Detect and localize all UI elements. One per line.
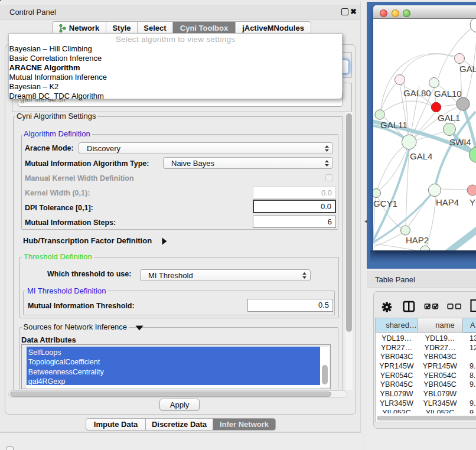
svg-text:GAL80: GAL80: [403, 88, 431, 98]
svg-text:SWI4: SWI4: [449, 137, 471, 147]
svg-text:GAL1: GAL1: [438, 113, 460, 123]
svg-text:HAP2: HAP2: [406, 235, 429, 245]
svg-text:GAL7: GAL7: [459, 64, 476, 74]
svg-text:GAL10: GAL10: [434, 89, 462, 99]
svg-text:HAP4: HAP4: [436, 197, 459, 207]
svg-text:GAL11: GAL11: [380, 120, 407, 130]
svg-text:YD: YD: [470, 197, 476, 207]
svg-text:GCY1: GCY1: [373, 198, 397, 208]
svg-text:GAL4: GAL4: [410, 151, 432, 161]
